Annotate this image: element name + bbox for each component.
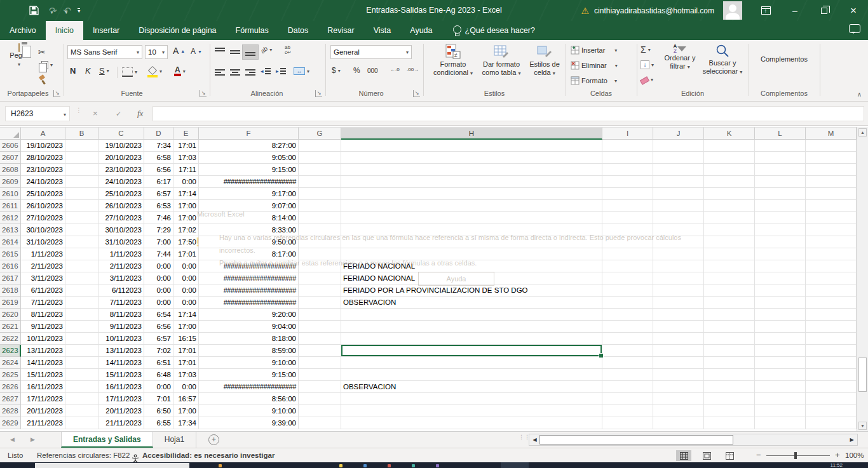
cell-G2608[interactable] — [299, 164, 341, 176]
cell-A2609[interactable]: 24/10/2023 — [21, 176, 65, 188]
cell-E2622[interactable]: 16:15 — [173, 333, 199, 345]
cell-G2615[interactable] — [299, 248, 341, 260]
cell-E2607[interactable]: 17:03 — [173, 152, 199, 164]
cell-E2625[interactable]: 17:03 — [173, 369, 199, 381]
cell-D2613[interactable]: 7:29 — [144, 224, 173, 236]
cell-M2614[interactable] — [806, 236, 857, 248]
column-header-L[interactable]: L — [755, 127, 806, 140]
tab-inicio[interactable]: Inicio — [46, 21, 83, 40]
cell-M2621[interactable] — [806, 321, 857, 333]
fill-button[interactable]: ↓▾ — [641, 60, 654, 69]
customize-qat-icon[interactable]: ▾ — [78, 8, 80, 13]
cell-B2619[interactable] — [65, 297, 98, 309]
cell-M2619[interactable] — [806, 297, 857, 309]
name-box[interactable]: H2623▾ — [5, 106, 70, 121]
cell-H2613[interactable] — [341, 224, 602, 236]
cell-B2607[interactable] — [65, 152, 98, 164]
cell-I2619[interactable] — [602, 297, 653, 309]
cell-G2628[interactable] — [299, 405, 341, 417]
cell-C2618[interactable]: 6/112023 — [98, 284, 144, 297]
new-sheet-button[interactable]: + — [208, 434, 219, 445]
cell-M2611[interactable] — [806, 200, 857, 212]
cell-E2616[interactable]: 0:00 — [173, 260, 199, 272]
cell-J2606[interactable] — [653, 140, 704, 152]
cell-E2628[interactable]: 17:00 — [173, 405, 199, 417]
cell-F2620[interactable]: 9:20:00 — [199, 309, 299, 321]
column-header-M[interactable]: M — [806, 127, 857, 140]
cell-M2607[interactable] — [806, 152, 857, 164]
cell-M2617[interactable] — [806, 272, 857, 284]
format-painter-button[interactable] — [38, 76, 46, 84]
cell-M2629[interactable] — [806, 417, 857, 429]
cell-K2628[interactable] — [704, 405, 755, 417]
taskbar-active-app[interactable] — [501, 462, 529, 468]
cell-I2623[interactable] — [602, 345, 653, 357]
cell-C2616[interactable]: 2/11/2023 — [98, 260, 144, 272]
cell-L2619[interactable] — [755, 297, 806, 309]
cell-D2614[interactable]: 7:00 — [144, 236, 173, 248]
cell-H2618[interactable]: FERIADO POR LA PROVINCIALIZACION DE STO … — [341, 284, 602, 297]
tab-ayuda[interactable]: Ayuda — [400, 21, 442, 40]
cell-G2610[interactable] — [299, 188, 341, 200]
cell-E2621[interactable]: 17:00 — [173, 321, 199, 333]
cell-I2624[interactable] — [602, 357, 653, 369]
cell-C2622[interactable]: 10/11/2023 — [98, 333, 144, 345]
cell-M2628[interactable] — [806, 405, 857, 417]
cell-L2611[interactable] — [755, 200, 806, 212]
cell-I2614[interactable] — [602, 236, 653, 248]
row-header-2618[interactable]: 2618 — [0, 284, 21, 297]
row-header-2615[interactable]: 2615 — [0, 248, 21, 260]
cell-H2625[interactable] — [341, 369, 602, 381]
cell-M2627[interactable] — [806, 393, 857, 405]
cell-J2612[interactable] — [653, 212, 704, 224]
vertical-scrollbar[interactable]: ▲ ▼ — [857, 127, 868, 431]
cell-A2621[interactable]: 9/11/2023 — [21, 321, 65, 333]
cell-E2608[interactable]: 17:11 — [173, 164, 199, 176]
cell-B2610[interactable] — [65, 188, 98, 200]
cell-A2627[interactable]: 17/11/2023 — [21, 393, 65, 405]
autosum-button[interactable]: Σ▾ — [641, 45, 651, 54]
cell-G2609[interactable] — [299, 176, 341, 188]
cell-F2621[interactable]: 9:04:00 — [199, 321, 299, 333]
save-icon[interactable] — [29, 6, 39, 15]
close-button[interactable]: × — [839, 0, 868, 21]
tell-me[interactable]: ¿Qué desea hacer? — [452, 21, 536, 40]
cell-C2628[interactable]: 20/11/2023 — [98, 405, 144, 417]
taskbar-app-icon[interactable] — [219, 464, 222, 467]
cell-E2618[interactable]: 0:00 — [173, 284, 199, 297]
cell-F2624[interactable]: 9:10:00 — [199, 357, 299, 369]
cell-B2615[interactable] — [65, 248, 98, 260]
cell-H2609[interactable] — [341, 176, 602, 188]
align-center-button[interactable] — [227, 65, 243, 79]
cell-M2626[interactable] — [806, 381, 857, 393]
align-middle-button[interactable] — [227, 45, 243, 59]
cell-C2621[interactable]: 9/11/2023 — [98, 321, 144, 333]
grow-font-button[interactable]: A▲ — [173, 46, 185, 56]
cell-I2612[interactable] — [602, 212, 653, 224]
cell-E2612[interactable]: 17:00 — [173, 212, 199, 224]
cell-F2616[interactable]: #################### — [199, 260, 299, 272]
cell-D2608[interactable]: 6:56 — [144, 164, 173, 176]
cell-B2626[interactable] — [65, 381, 98, 393]
cell-B2623[interactable] — [65, 345, 98, 357]
tab-vista[interactable]: Vista — [364, 21, 401, 40]
cell-D2621[interactable]: 6:56 — [144, 321, 173, 333]
cell-J2610[interactable] — [653, 188, 704, 200]
cell-K2614[interactable] — [704, 236, 755, 248]
cell-F2612[interactable]: 8:14:00 — [199, 212, 299, 224]
cell-B2629[interactable] — [65, 417, 98, 429]
tab-disposici-n-de-p-gina[interactable]: Disposición de página — [129, 21, 226, 40]
cell-E2623[interactable]: 17:01 — [173, 345, 199, 357]
cell-A2611[interactable]: 26/10/2023 — [21, 200, 65, 212]
cell-E2615[interactable]: 17:01 — [173, 248, 199, 260]
column-header-G[interactable]: G — [299, 127, 341, 140]
cell-A2613[interactable]: 30/10/2023 — [21, 224, 65, 236]
cell-J2620[interactable] — [653, 309, 704, 321]
increase-indent-button[interactable] — [276, 67, 286, 76]
cell-L2607[interactable] — [755, 152, 806, 164]
column-header-B[interactable]: B — [65, 127, 98, 140]
cell-J2628[interactable] — [653, 405, 704, 417]
cell-F2615[interactable]: 8:17:00 — [199, 248, 299, 260]
cell-B2628[interactable] — [65, 405, 98, 417]
cell-A2624[interactable]: 14/11/2023 — [21, 357, 65, 369]
